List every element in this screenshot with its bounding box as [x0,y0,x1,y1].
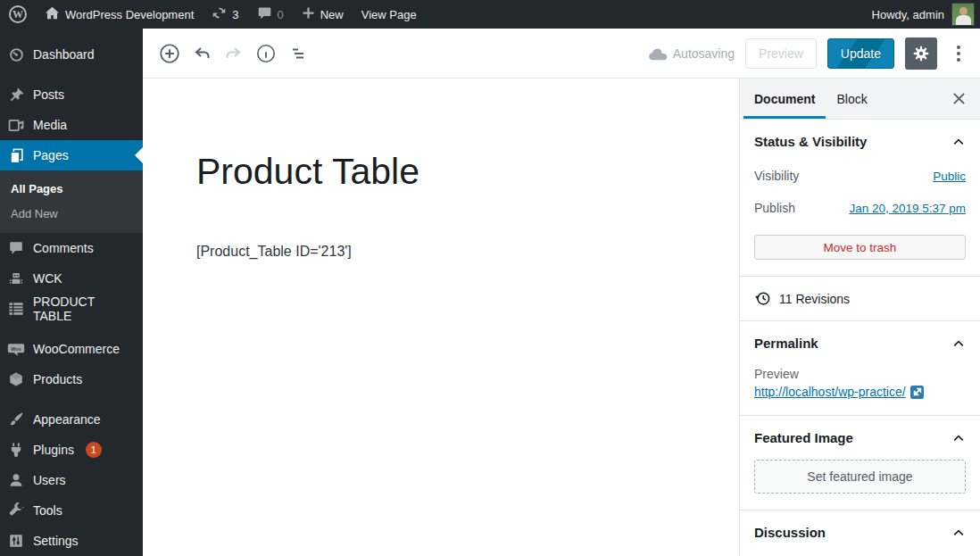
sidebar-item-label: Appearance [33,412,101,427]
new-label: New [320,8,344,21]
sidebar-item-settings[interactable]: Settings [0,526,143,556]
autosave-status: Autosaving [648,46,735,61]
sidebar-item-posts[interactable]: Posts [0,79,143,110]
wordpress-logo-icon: W [9,5,27,23]
new-menu[interactable]: New [293,0,353,29]
woo-icon-text: Woo [11,346,21,352]
settings-sidebar: Document Block Status & Visibility Visib… [739,79,980,556]
permalink-url-link[interactable]: http://localhost/wp-practice/ [754,385,906,399]
sidebar-item-product-table[interactable]: PRODUCT TABLE [0,294,143,324]
permalink-header[interactable]: Permalink [754,334,966,353]
woocommerce-icon: Woo [7,340,25,358]
sidebar-item-label: Users [33,473,66,487]
sidebar-item-label: Comments [33,241,94,255]
settings-scroll-area[interactable]: Status & Visibility Visibility Public Pu… [740,120,980,556]
admin-sidebar: Dashboard Posts Media Pages All Pages Ad… [0,29,143,556]
sidebar-item-appearance[interactable]: Appearance [0,404,143,435]
section-title: Status & Visibility [754,134,867,149]
discussion-header[interactable]: Discussion [754,523,966,542]
chevron-up-icon [951,336,966,351]
sidebar-item-wck[interactable]: WCK [0,263,143,294]
editor-main: Autosaving Preview Update [143,29,980,556]
block-navigation-button[interactable] [282,37,314,70]
tab-block[interactable]: Block [826,79,877,119]
submenu-item-add-new[interactable]: Add New [0,202,143,227]
chevron-up-icon [951,526,966,540]
sidebar-item-label: WooCommerce [33,342,120,356]
editor-toolbar: Autosaving Preview Update [143,29,980,79]
update-button[interactable]: Update [827,38,894,69]
sidebar-item-dashboard[interactable]: Dashboard [0,39,143,70]
comments-menu[interactable]: 0 [248,0,293,29]
revisions-row[interactable]: 11 Revisions [740,277,980,321]
chevron-up-icon [951,135,966,149]
chevron-up-icon [951,431,966,445]
table-icon [7,300,25,318]
close-settings-button[interactable] [941,79,976,119]
sidebar-item-woocommerce[interactable]: Woo WooCommerce [0,334,143,364]
cloud-icon [648,46,668,61]
post-title-input[interactable]: Product Table [196,150,739,194]
sidebar-item-tools[interactable]: Tools [0,495,143,526]
updates-count: 3 [232,8,238,21]
editor-canvas[interactable]: Product Table [Product_Table ID='213'] [143,79,739,556]
home-icon [45,5,60,23]
close-icon [952,92,966,105]
revisions-label: 11 Revisions [779,292,850,306]
external-link-icon[interactable] [910,386,924,399]
undo-button[interactable] [186,37,218,70]
permalink-url-row: http://localhost/wp-practice/ [754,385,966,399]
sidebar-item-label: Tools [33,503,62,518]
dashboard-icon [7,46,25,63]
shortcode-block[interactable]: [Product_Table ID='213'] [196,244,739,260]
menu-separator [0,70,143,79]
more-options-button[interactable] [948,37,969,70]
section-title: Discussion [754,525,826,540]
settings-gear-button[interactable] [905,37,937,70]
updates-menu[interactable]: 3 [203,0,247,29]
admin-bar: W WordPress Development 3 0 New View Pag… [0,0,980,29]
publish-row: Publish Jan 20, 2019 5:37 pm [754,201,966,215]
publish-date-link[interactable]: Jan 20, 2019 5:37 pm [849,202,966,215]
menu-separator [0,394,143,404]
tab-document[interactable]: Document [743,79,826,119]
my-account-menu[interactable]: Howdy, admin [872,3,980,26]
wordpress-logo-menu[interactable]: W [0,0,36,29]
section-title: Permalink [754,336,818,351]
visibility-value-link[interactable]: Public [933,170,966,183]
featured-image-header[interactable]: Featured Image [754,428,966,447]
sidebar-item-label: Dashboard [33,47,95,62]
gear-icon [912,45,930,62]
main-layout: Dashboard Posts Media Pages All Pages Ad… [0,29,980,556]
sidebar-item-media[interactable]: Media [0,110,143,140]
view-page-menu[interactable]: View Page [353,0,426,29]
sliders-icon [7,532,25,550]
preview-button[interactable]: Preview [745,38,817,69]
sidebar-item-pages[interactable]: Pages [0,140,143,170]
settings-tabs: Document Block [740,79,980,120]
add-block-button[interactable] [154,37,186,70]
sidebar-item-label: Products [33,372,82,386]
sidebar-item-plugins[interactable]: Plugins 1 [0,435,143,465]
sidebar-item-label: Plugins [33,443,74,457]
pages-icon [7,146,25,164]
howdy-label: Howdy, admin [872,8,944,21]
comment-bubble-icon [257,5,272,23]
status-visibility-section: Status & Visibility Visibility Public Pu… [740,120,980,277]
site-name-menu[interactable]: WordPress Development [36,0,203,29]
robot-icon [7,270,25,287]
user-icon [7,471,25,489]
updates-icon [212,5,227,23]
sidebar-item-label: WCK [33,271,62,286]
sidebar-item-users[interactable]: Users [0,465,143,495]
sidebar-item-comments[interactable]: Comments [0,233,143,263]
sidebar-item-products[interactable]: Products [0,364,143,394]
status-visibility-header[interactable]: Status & Visibility [754,132,966,151]
set-featured-image-button[interactable]: Set featured image [754,460,966,494]
submenu-item-all-pages[interactable]: All Pages [0,177,143,202]
content-structure-button[interactable] [250,37,282,70]
comments-icon [7,239,25,257]
redo-button[interactable] [218,37,250,70]
plus-icon [302,6,315,22]
move-to-trash-button[interactable]: Move to trash [754,235,966,260]
